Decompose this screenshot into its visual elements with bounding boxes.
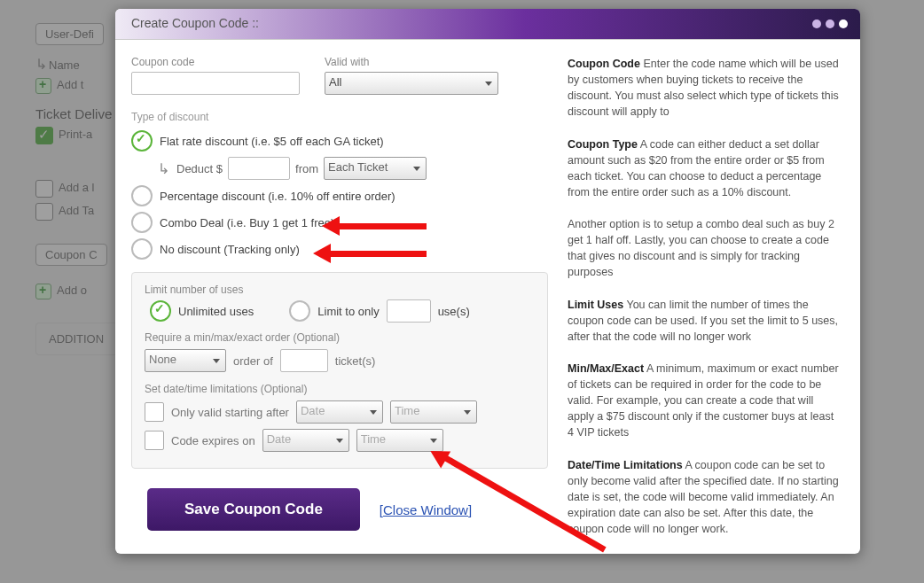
radio-unlimited[interactable] [150,300,171,322]
order-of-label: order of [233,354,273,368]
radio-percentage[interactable] [131,185,153,206]
modal-header: Create Coupon Code :: [115,9,860,40]
expires-date[interactable]: Date [262,429,349,452]
deduct-amount-input[interactable] [228,157,290,180]
radio-no-discount[interactable] [131,238,153,260]
save-coupon-button[interactable]: Save Coupon Code [147,488,360,531]
valid-after-date[interactable]: Date [296,400,383,424]
valid-with-label: Valid with [325,56,498,68]
elbow-icon: ↳ [158,160,169,177]
checkbox-expires[interactable] [145,431,164,450]
require-order-label: Require a min/max/exact order (Optional) [145,331,535,344]
radio-combo[interactable] [131,212,153,233]
deduct-label: Deduct $ [176,162,223,175]
no-discount-label: No discount (Tracking only) [160,243,300,256]
limit-uses-label: Limit number of uses [145,284,535,296]
from-select[interactable]: Each Ticket [324,157,427,180]
order-of-input[interactable] [280,349,328,372]
expires-time[interactable]: Time [356,429,443,452]
tickets-label: ticket(s) [335,354,376,368]
valid-with-select[interactable]: All [325,72,498,95]
modal-title: Create Coupon Code :: [131,16,259,30]
limits-box: Limit number of uses Unlimited uses Limi… [131,272,548,469]
limit-uses-input[interactable] [387,299,431,323]
coupon-code-input[interactable] [131,72,300,95]
create-coupon-modal: Create Coupon Code :: Coupon code Valid … [115,9,860,554]
flat-rate-label: Flat rate discount (i.e. $5 off each GA … [160,135,384,148]
valid-after-time[interactable]: Time [390,400,477,424]
require-type-select[interactable]: None [145,349,226,372]
help-panel: Coupon Code Enter the code name which wi… [568,56,850,554]
radio-limit-to[interactable] [289,300,310,322]
radio-flat-rate[interactable] [131,130,153,152]
close-window-link[interactable]: [Close Window] [380,502,472,517]
datetime-label: Set date/time limitations (Optional) [145,383,535,395]
coupon-code-label: Coupon code [131,56,300,68]
valid-after-label: Only valid starting after [171,406,289,419]
type-of-discount-label: Type of discount [131,111,548,123]
checkbox-valid-after[interactable] [145,402,164,422]
expires-label: Code expires on [171,434,255,447]
percentage-label: Percentage discount (i.e. 10% off entire… [160,190,395,203]
unlimited-label: Unlimited uses [178,305,254,318]
uses-label: use(s) [438,305,470,318]
from-label: from [295,162,318,175]
limit-to-label: Limit to only [317,305,379,318]
header-dots-icon [808,18,848,31]
combo-label: Combo Deal (i.e. Buy 1 get 1 free) [160,216,334,229]
